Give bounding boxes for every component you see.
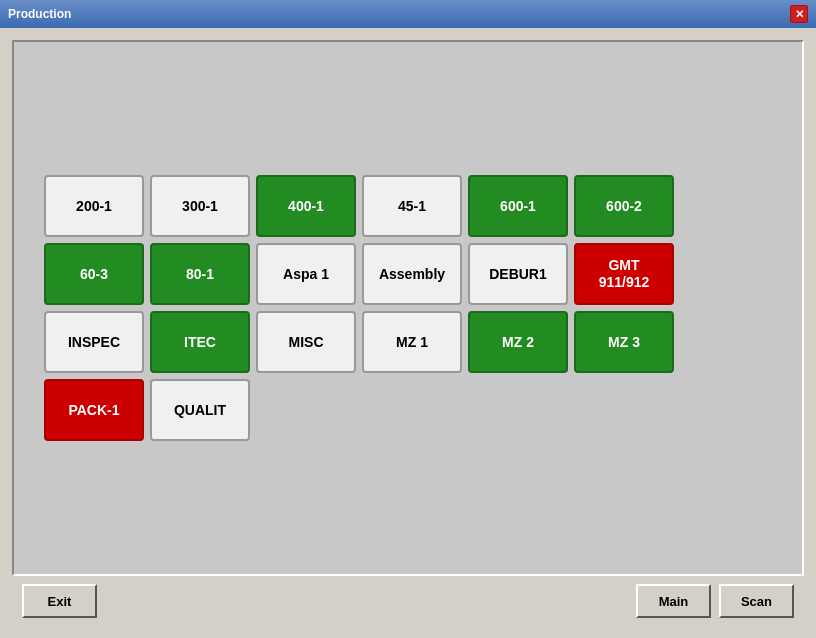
- grid-button-INSPEC[interactable]: INSPEC: [44, 311, 144, 373]
- close-button[interactable]: ✕: [790, 5, 808, 23]
- grid-button-PACK-1[interactable]: PACK-1: [44, 379, 144, 441]
- grid-button-QUALIT[interactable]: QUALIT: [150, 379, 250, 441]
- grid-button-MISC[interactable]: MISC: [256, 311, 356, 373]
- window-body: 200-1300-1400-145-1600-1600-260-380-1Asp…: [0, 28, 816, 638]
- grid-button-200-1[interactable]: 200-1: [44, 175, 144, 237]
- inner-panel: 200-1300-1400-145-1600-1600-260-380-1Asp…: [12, 40, 804, 576]
- grid-button-600-1[interactable]: 600-1: [468, 175, 568, 237]
- title-bar: Production ✕: [0, 0, 816, 28]
- window-title: Production: [8, 7, 71, 21]
- grid-button-Aspa-1[interactable]: Aspa 1: [256, 243, 356, 305]
- grid-button-DEBUR1[interactable]: DEBUR1: [468, 243, 568, 305]
- grid-button-80-1[interactable]: 80-1: [150, 243, 250, 305]
- scan-button[interactable]: Scan: [719, 584, 794, 618]
- grid-button-45-1[interactable]: 45-1: [362, 175, 462, 237]
- grid-button-60-3[interactable]: 60-3: [44, 243, 144, 305]
- grid-button-Assembly[interactable]: Assembly: [362, 243, 462, 305]
- grid-button-MZ-1[interactable]: MZ 1: [362, 311, 462, 373]
- exit-button[interactable]: Exit: [22, 584, 97, 618]
- grid-button-600-2[interactable]: 600-2: [574, 175, 674, 237]
- grid-button-400-1[interactable]: 400-1: [256, 175, 356, 237]
- grid-button-GMT-911-912[interactable]: GMT 911/912: [574, 243, 674, 305]
- button-grid: 200-1300-1400-145-1600-1600-260-380-1Asp…: [44, 175, 674, 441]
- grid-button-MZ-3[interactable]: MZ 3: [574, 311, 674, 373]
- grid-button-300-1[interactable]: 300-1: [150, 175, 250, 237]
- bottom-bar: Exit Main Scan: [12, 576, 804, 626]
- main-button[interactable]: Main: [636, 584, 711, 618]
- grid-button-MZ-2[interactable]: MZ 2: [468, 311, 568, 373]
- grid-button-ITEC[interactable]: ITEC: [150, 311, 250, 373]
- bottom-right-buttons: Main Scan: [636, 584, 794, 618]
